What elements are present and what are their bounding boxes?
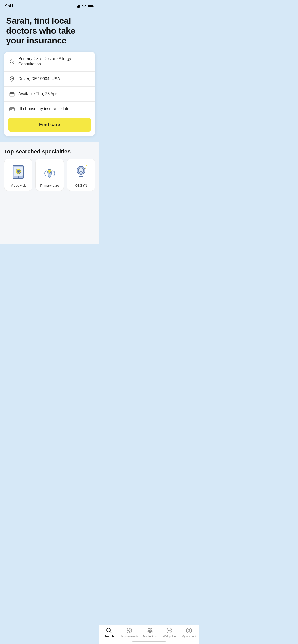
obgyn-label: OBGYN <box>75 184 87 187</box>
signal-icon <box>76 5 80 8</box>
insurance-text: I'll choose my insurance later <box>18 106 90 112</box>
video-visit-illustration <box>9 163 27 181</box>
status-icons <box>76 5 94 8</box>
calendar-icon <box>9 91 15 97</box>
find-care-button[interactable]: Find care <box>8 118 91 132</box>
svg-point-12 <box>49 171 49 171</box>
svg-point-9 <box>18 176 19 178</box>
search-icon <box>9 59 15 64</box>
battery-icon <box>88 5 94 8</box>
specialty-text: Primary Care Doctor · Allergy Consultati… <box>18 56 90 67</box>
svg-point-10 <box>17 170 18 171</box>
specialty-card-primary-care[interactable]: Primary care <box>35 159 64 191</box>
svg-point-3 <box>11 78 13 79</box>
svg-point-17 <box>82 170 82 170</box>
specialty-card-video-visit[interactable]: Video visit <box>4 159 32 191</box>
svg-point-16 <box>80 170 80 170</box>
search-card: Primary Care Doctor · Allergy Consultati… <box>4 52 95 136</box>
status-bar: 9:41 <box>0 0 99 11</box>
specialty-card-obgyn[interactable]: OBGYN <box>67 159 95 191</box>
svg-rect-1 <box>88 5 93 7</box>
specialties-grid: Video visit Primary care <box>4 159 95 191</box>
primary-care-illustration <box>41 163 59 181</box>
insurance-icon <box>9 106 15 112</box>
location-text: Dover, DE 19904, USA <box>18 76 90 82</box>
location-icon <box>9 76 15 82</box>
specialty-row[interactable]: Primary Care Doctor · Allergy Consultati… <box>4 52 95 72</box>
video-visit-label: Video visit <box>11 184 26 187</box>
location-row[interactable]: Dover, DE 19904, USA <box>4 72 95 87</box>
svg-point-13 <box>50 171 51 171</box>
top-searched-title: Top-searched specialties <box>4 148 95 155</box>
status-time: 9:41 <box>5 4 14 9</box>
insurance-row[interactable]: I'll choose my insurance later <box>4 102 95 116</box>
date-text: Available Thu, 25 Apr <box>18 91 90 97</box>
date-row[interactable]: Available Thu, 25 Apr <box>4 87 95 102</box>
svg-point-15 <box>78 168 84 173</box>
hero-title: Sarah, find local doctors who take your … <box>6 16 93 46</box>
primary-care-label: Primary care <box>40 184 59 187</box>
hero-section: Sarah, find local doctors who take your … <box>0 11 99 52</box>
svg-rect-4 <box>10 92 14 96</box>
wifi-icon <box>82 5 86 8</box>
svg-point-11 <box>19 170 20 171</box>
main-content: Top-searched specialties <box>0 142 99 244</box>
obgyn-illustration <box>72 163 90 181</box>
svg-rect-5 <box>10 107 14 111</box>
